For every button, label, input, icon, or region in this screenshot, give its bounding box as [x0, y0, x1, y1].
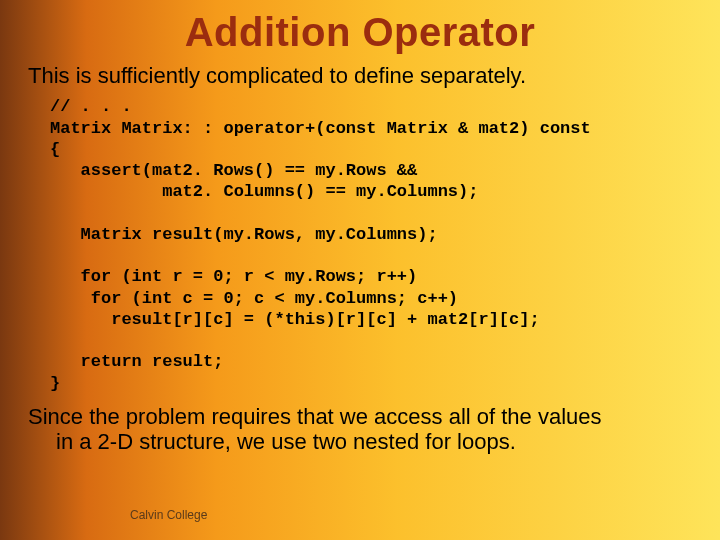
footer-text: Calvin College: [130, 508, 207, 522]
intro-text: This is sufficiently complicated to defi…: [28, 63, 692, 88]
slide-title: Addition Operator: [28, 10, 692, 55]
outro-text: Since the problem requires that we acces…: [28, 404, 692, 455]
outro-line2: in a 2-D structure, we use two nested fo…: [28, 429, 692, 454]
slide: Addition Operator This is sufficiently c…: [0, 0, 720, 540]
code-block: // . . . Matrix Matrix: : operator+(cons…: [50, 96, 692, 394]
outro-line1: Since the problem requires that we acces…: [28, 404, 602, 429]
